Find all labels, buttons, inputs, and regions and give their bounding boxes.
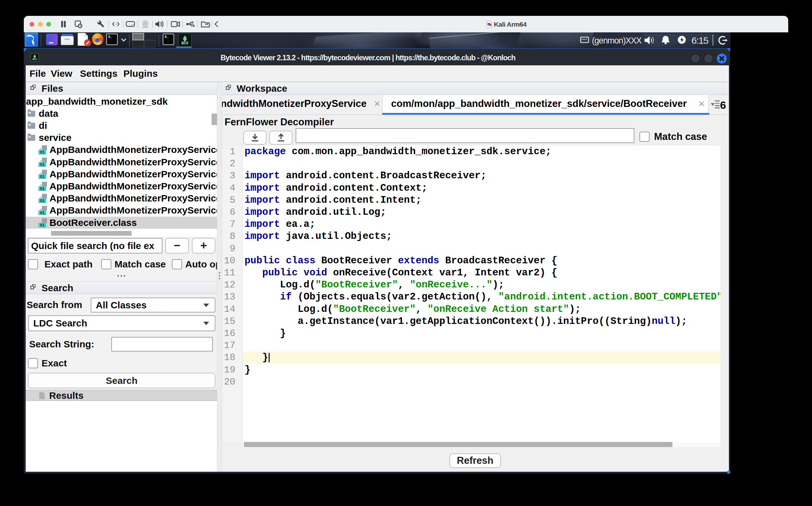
svg-text:BCV: BCV (181, 41, 188, 46)
svg-text:BCV: BCV (33, 58, 37, 61)
